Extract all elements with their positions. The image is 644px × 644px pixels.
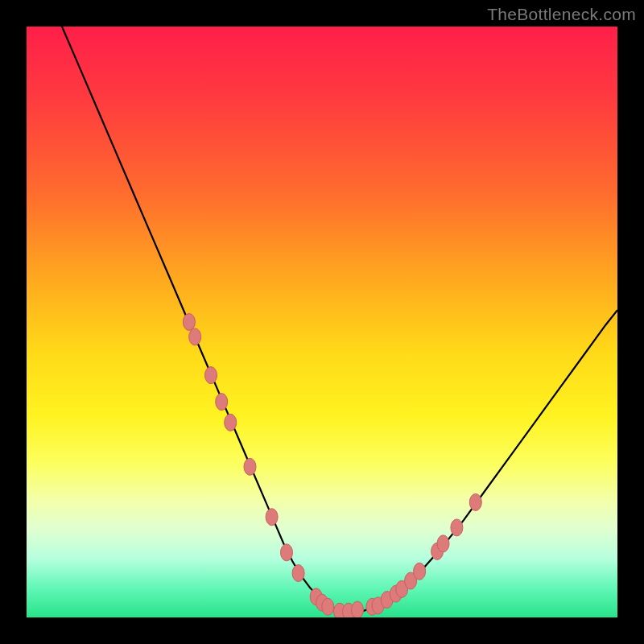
chart-frame: TheBottleneck.com xyxy=(0,0,644,644)
curve-marker xyxy=(437,535,449,552)
curve-marker xyxy=(322,598,334,615)
curve-marker xyxy=(205,367,217,384)
plot-area xyxy=(27,27,617,617)
curve-marker xyxy=(281,544,293,561)
curve-marker xyxy=(292,565,304,582)
curve-marker xyxy=(266,509,278,526)
curve-marker xyxy=(451,519,463,536)
curve-marker xyxy=(183,314,195,331)
curve-marker xyxy=(225,414,237,431)
bottleneck-curve xyxy=(62,27,617,612)
curve-marker xyxy=(189,328,201,345)
curve-marker xyxy=(469,493,481,510)
curve-marker xyxy=(244,458,256,475)
watermark-text: TheBottleneck.com xyxy=(487,5,636,24)
curve-marker xyxy=(216,394,228,411)
curve-marker xyxy=(352,601,364,617)
curve-marker xyxy=(414,563,426,580)
curve-markers xyxy=(183,314,481,618)
chart-svg xyxy=(27,27,617,617)
